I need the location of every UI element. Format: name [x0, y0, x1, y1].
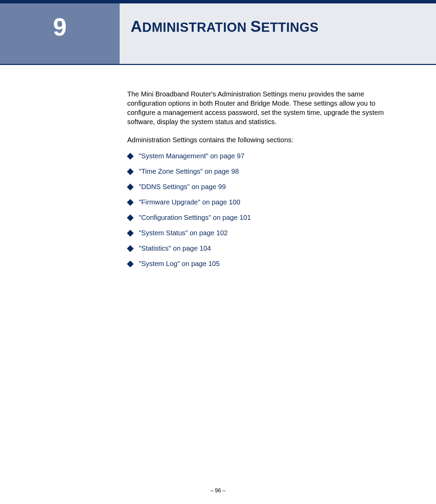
toc-link-system-log[interactable]: "System Log" on page 105	[139, 260, 220, 268]
top-accent-bar	[0, 0, 436, 3]
bullet-diamond-icon	[127, 168, 134, 175]
toc-item-system-status: "System Status" on page 102	[127, 229, 405, 237]
toc-link-ddns[interactable]: "DDNS Settings" on page 99	[139, 183, 226, 191]
page-content: The Mini Broadband Router's Administrati…	[0, 65, 436, 268]
title-rest-s: ETTINGS	[261, 20, 319, 35]
toc-item-time-zone: "Time Zone Settings" on page 98	[127, 168, 405, 175]
toc-item-system-management: "System Management" on page 97	[127, 152, 405, 160]
bullet-diamond-icon	[127, 199, 134, 206]
toc-link-configuration[interactable]: "Configuration Settings" on page 101	[139, 214, 251, 222]
toc-link-statistics[interactable]: "Statistics" on page 104	[139, 244, 211, 252]
toc-list: "System Management" on page 97 "Time Zon…	[127, 152, 405, 268]
chapter-header: 9 ADMINISTRATION SETTINGS	[0, 3, 436, 65]
toc-item-statistics: "Statistics" on page 104	[127, 244, 405, 252]
title-cap-s: S	[250, 17, 261, 35]
page-number: – 96 –	[0, 488, 436, 494]
chapter-number-box: 9	[0, 3, 120, 64]
title-rest-a: DMINISTRATION	[142, 20, 247, 35]
bullet-diamond-icon	[127, 245, 134, 252]
bullet-diamond-icon	[127, 153, 134, 160]
chapter-title: ADMINISTRATION SETTINGS	[131, 17, 436, 36]
bullet-diamond-icon	[127, 261, 134, 267]
toc-link-firmware[interactable]: "Firmware Upgrade" on page 100	[139, 198, 240, 206]
bullet-diamond-icon	[127, 184, 134, 190]
chapter-number: 9	[53, 13, 67, 41]
bullet-diamond-icon	[127, 214, 134, 221]
toc-item-firmware: "Firmware Upgrade" on page 100	[127, 198, 405, 206]
toc-link-system-management[interactable]: "System Management" on page 97	[139, 152, 245, 160]
intro-paragraph: The Mini Broadband Router's Administrati…	[127, 90, 405, 127]
title-cap-a: A	[131, 17, 142, 35]
toc-item-system-log: "System Log" on page 105	[127, 260, 405, 268]
chapter-title-box: ADMINISTRATION SETTINGS	[120, 3, 436, 64]
bullet-diamond-icon	[127, 230, 134, 237]
toc-item-ddns: "DDNS Settings" on page 99	[127, 183, 405, 191]
sections-intro: Administration Settings contains the fol…	[127, 136, 405, 144]
toc-link-system-status[interactable]: "System Status" on page 102	[139, 229, 228, 237]
toc-link-time-zone[interactable]: "Time Zone Settings" on page 98	[139, 168, 239, 175]
toc-item-configuration: "Configuration Settings" on page 101	[127, 214, 405, 222]
